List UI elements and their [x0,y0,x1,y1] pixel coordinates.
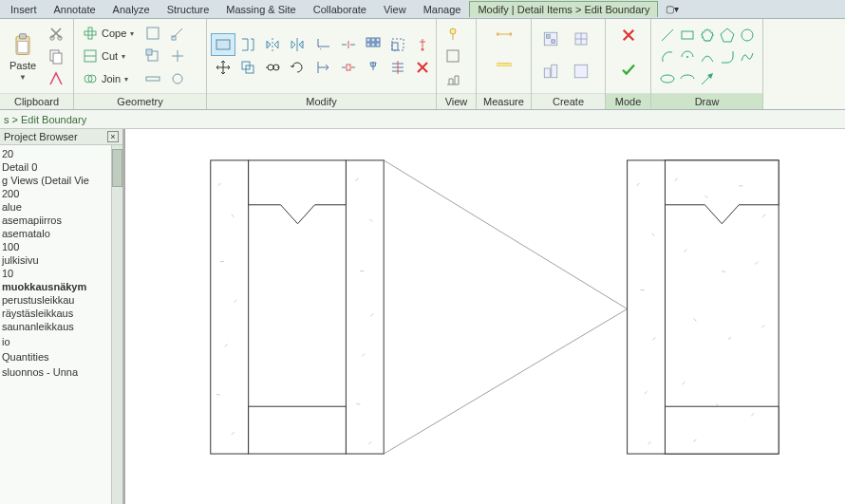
geom-tool-2-button[interactable] [165,22,190,45]
delete-button[interactable] [410,56,435,79]
close-icon[interactable]: × [107,131,119,142]
create-group-button[interactable] [535,24,566,54]
geom-tool-3-button[interactable] [141,45,165,67]
tree-node[interactable]: perustusleikkau [0,293,122,307]
join-button[interactable]: Join ▾ [78,67,139,90]
mirror-axis-button[interactable] [260,33,285,56]
geom-tool-4-button[interactable] [165,45,190,67]
clipboard-icon [9,31,36,58]
svg-rect-37 [547,35,551,39]
pick-lines-tool-button[interactable] [695,67,720,90]
tab-view[interactable]: View [375,1,415,18]
svg-rect-8 [88,28,92,39]
tab-analyze[interactable]: Analyze [104,1,159,18]
panel-view: View [437,19,477,109]
offset-button[interactable] [235,56,260,79]
panel-create: Create [532,19,606,109]
cut-geom-button[interactable]: Cut ▾ [78,45,139,67]
align-button[interactable] [235,33,260,56]
workspace: Project Browser × 20 Detail 0 g Views (D… [0,129,845,504]
tab-insert[interactable]: Insert [2,1,46,18]
tab-collaborate[interactable]: Collaborate [305,1,375,18]
tree-node[interactable]: g Views (Detail Vie [0,174,122,187]
svg-rect-41 [552,65,557,78]
tree-node[interactable]: saunanleikkaus [0,320,122,333]
tree-node[interactable]: asemapiirros [0,214,122,227]
rotate-button[interactable] [285,56,310,79]
tree-node[interactable]: 100 [0,240,122,253]
trim-multiple-button[interactable] [385,56,410,79]
panel-clipboard: Paste ▼ Clipboard [0,19,74,109]
scrollbar-thumb[interactable] [112,149,122,187]
trim-extend-corner-button[interactable] [311,33,336,56]
unpin-button[interactable] [410,33,435,56]
cut-icon-button[interactable] [44,22,68,45]
panel-label-geometry: Geometry [74,93,206,109]
create-parts-button[interactable] [566,56,596,86]
copy-button[interactable] [260,56,285,79]
cope-icon [83,26,98,41]
cope-button[interactable]: Cope ▾ [78,22,139,45]
trim-single-button[interactable] [311,56,336,79]
tab-annotate[interactable]: Annotate [46,1,104,18]
scale-button[interactable] [385,33,410,56]
svg-rect-52 [628,160,666,454]
project-browser-tree[interactable]: 20 Detail 0 g Views (Detail Vie 200 alue… [0,145,122,504]
svg-rect-25 [376,38,380,42]
circle-tool-button[interactable] [735,24,760,47]
svg-rect-50 [211,160,249,454]
drawing-canvas[interactable] [123,129,845,504]
move-button[interactable] [211,56,235,79]
tab-massing-site[interactable]: Massing & Site [217,1,304,18]
pin-button[interactable] [361,56,385,79]
chevron-down-icon: ▼ [19,73,27,82]
view-tool-2-button[interactable] [441,45,465,67]
tree-node[interactable]: Detail 0 [0,160,122,174]
geom-tool-6-button[interactable] [165,67,190,90]
cancel-edit-button[interactable] [612,21,645,49]
view-tool-1-button[interactable] [441,22,465,45]
svg-point-31 [422,48,424,51]
panel-mode: Mode [606,19,651,109]
view-tool-3-button[interactable] [441,67,465,90]
create-similar-button[interactable] [566,24,596,54]
tab-manage[interactable]: Manage [415,1,470,18]
activate-dims-button[interactable] [211,33,235,56]
tree-node[interactable]: 200 [0,187,122,200]
tree-node[interactable]: 20 [0,147,122,160]
svg-rect-40 [544,68,550,78]
finish-edit-button[interactable] [612,55,645,84]
paste-button[interactable]: Paste ▼ [4,22,42,90]
svg-point-48 [686,56,688,58]
spline-tool-button[interactable] [735,46,760,68]
match-type-icon-button[interactable] [44,67,68,90]
tab-structure[interactable]: Structure [159,1,218,18]
tree-node[interactable]: sluonnos - Unna [0,365,122,379]
project-browser-title-bar: Project Browser × [0,129,122,145]
tree-node[interactable]: räystäsleikkaus [0,307,122,320]
geom-tool-1-button[interactable] [141,22,165,45]
aligned-dimension-button[interactable] [482,21,526,47]
split-gap-button[interactable] [336,56,361,79]
tree-node-active[interactable]: muokkausnäkym [0,280,122,293]
mirror-draw-button[interactable] [285,33,310,56]
measure-button[interactable] [482,51,526,78]
svg-point-49 [661,75,674,83]
array-button[interactable] [361,33,385,56]
svg-rect-18 [216,40,230,49]
tree-node[interactable]: io [0,335,122,348]
tree-node[interactable]: Quantities [0,350,122,364]
split-element-button[interactable] [336,33,361,56]
panel-label-create: Create [532,93,605,109]
tab-modify-context[interactable]: Modify | Detail Items > Edit Boundary [469,1,658,17]
tree-node[interactable]: asematalo [0,227,122,240]
create-assembly-button[interactable] [535,56,566,86]
scrollbar[interactable] [111,145,122,504]
tree-node[interactable]: 10 [0,267,122,280]
svg-point-47 [742,29,753,41]
copy-icon-button[interactable] [44,45,68,67]
tree-node[interactable]: julkisivu [0,253,122,267]
tab-panel-toggle-icon[interactable]: ▢▾ [666,4,679,14]
tree-node[interactable]: alue [0,200,122,214]
geom-tool-5-button[interactable] [141,67,165,90]
